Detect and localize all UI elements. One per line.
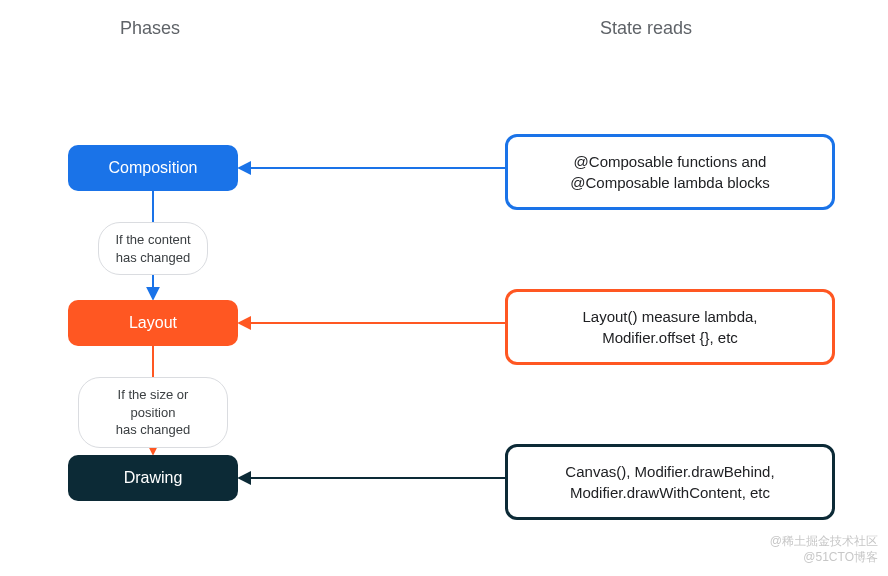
transition-size-changed: If the size or positionhas changed bbox=[78, 377, 228, 448]
phases-header: Phases bbox=[120, 18, 180, 39]
state-read-drawing: Canvas(), Modifier.drawBehind,Modifier.d… bbox=[505, 444, 835, 520]
state-read-layout-text: Layout() measure lambda,Modifier.offset … bbox=[582, 306, 757, 348]
watermark-1: @稀土掘金技术社区 bbox=[770, 533, 878, 550]
state-read-drawing-text: Canvas(), Modifier.drawBehind,Modifier.d… bbox=[565, 461, 774, 503]
phase-composition-label: Composition bbox=[109, 159, 198, 177]
phase-composition: Composition bbox=[68, 145, 238, 191]
state-read-layout: Layout() measure lambda,Modifier.offset … bbox=[505, 289, 835, 365]
transition-content-changed: If the contenthas changed bbox=[98, 222, 208, 275]
state-reads-header: State reads bbox=[600, 18, 692, 39]
phase-layout: Layout bbox=[68, 300, 238, 346]
phase-drawing-label: Drawing bbox=[124, 469, 183, 487]
phase-drawing: Drawing bbox=[68, 455, 238, 501]
state-read-composition: @Composable functions and@Composable lam… bbox=[505, 134, 835, 210]
state-read-composition-text: @Composable functions and@Composable lam… bbox=[570, 151, 770, 193]
watermark-2: @51CTO博客 bbox=[803, 549, 878, 566]
phase-layout-label: Layout bbox=[129, 314, 177, 332]
